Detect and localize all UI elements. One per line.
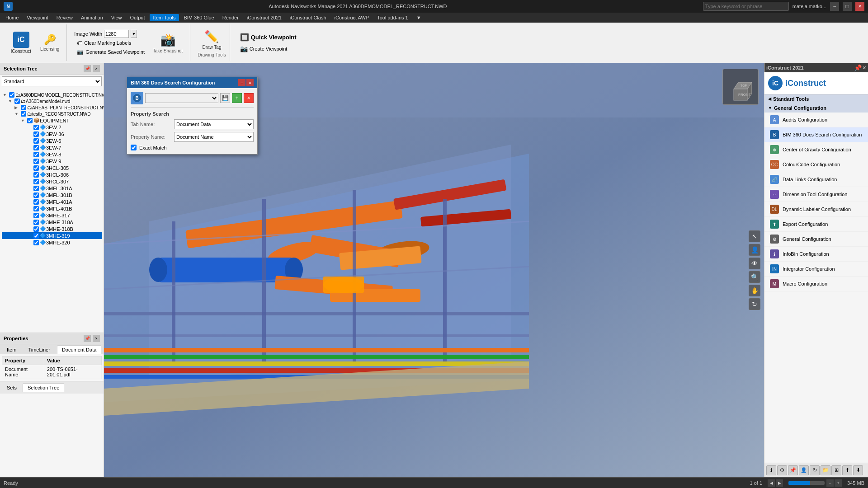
rpt-person-btn[interactable]: 👤: [799, 465, 809, 475]
menu-item-bim360-glue[interactable]: BIM 360 Glue: [180, 14, 217, 21]
rpt-folder-btn[interactable]: 📁: [821, 465, 830, 475]
licensing-btn[interactable]: 🔑 Licensing: [37, 32, 63, 53]
viewport[interactable]: ↖ 👤 👁 🔍 ✋ ↻ FRONT TOP BIM 360 Docs Searc…: [104, 63, 764, 477]
page-next-btn[interactable]: ▶: [776, 479, 783, 487]
vc-pan-btn[interactable]: ✋: [749, 285, 760, 296]
menu-item-iconstruct-clash[interactable]: iConstruct Clash: [286, 14, 330, 21]
menu-item-output[interactable]: Output: [127, 14, 149, 21]
tree-3mhe317[interactable]: 🔷3MHE-317: [2, 212, 102, 219]
tree-3hcl307[interactable]: 🔷3HCL-307: [2, 178, 102, 185]
tab-document-data[interactable]: Document Data: [57, 345, 101, 354]
tree-3mfl301a[interactable]: 🔷3MFL-301A: [2, 185, 102, 192]
tree-3ew8[interactable]: 🔷3EW-8: [2, 151, 102, 158]
config-colourcode[interactable]: CC ColourCode Configuration: [764, 157, 868, 172]
maximize-btn[interactable]: □: [843, 2, 852, 11]
vc-walk-btn[interactable]: 👤: [749, 244, 760, 256]
rpt-pin-btn[interactable]: 📌: [788, 465, 798, 475]
rpt-down-btn[interactable]: ⬇: [853, 465, 863, 475]
vc-look-btn[interactable]: 👁: [749, 258, 760, 269]
right-panel-close-btn[interactable]: ×: [863, 64, 866, 71]
menu-item-view[interactable]: View: [108, 14, 126, 21]
tree-3ew6[interactable]: 🔷3EW-6: [2, 137, 102, 144]
image-width-spin[interactable]: ▼: [131, 30, 137, 38]
tree-standard-select[interactable]: Standard: [2, 76, 102, 86]
vc-select-btn[interactable]: ↖: [749, 230, 760, 242]
close-btn[interactable]: ×: [855, 2, 864, 11]
dialog-save-btn[interactable]: 💾: [220, 93, 230, 103]
tree-equipment[interactable]: ▼ 📦 EQUIPMENT: [2, 117, 102, 124]
right-panel-pin-btn[interactable]: 📌: [854, 64, 862, 71]
menu-item-animation[interactable]: Animation: [77, 14, 107, 21]
config-integrator[interactable]: IN Integrator Configuration: [764, 262, 868, 277]
section-general-config[interactable]: ▼ General Configuration: [764, 103, 868, 113]
tree-3mhe318a[interactable]: 🔷3MHE-318A: [2, 219, 102, 225]
tree-3mfl301b[interactable]: 🔷3MFL-301B: [2, 192, 102, 198]
zoom-in-btn[interactable]: +: [835, 479, 842, 487]
take-snapshot-btn[interactable]: 📸 Take Snapshot: [149, 31, 186, 55]
rpt-up-btn[interactable]: ⬆: [842, 465, 852, 475]
menu-item-review[interactable]: Review: [53, 14, 76, 21]
section-standard-tools[interactable]: ◀ Standard Tools: [764, 94, 868, 103]
vc-orbit-btn[interactable]: ↻: [749, 298, 760, 310]
tree-3ew2[interactable]: 🔷3EW-2: [2, 124, 102, 131]
tree-3hcl306[interactable]: 🔷3HCL-306: [2, 171, 102, 178]
tab-item[interactable]: Item: [2, 345, 21, 354]
template-select[interactable]: [145, 93, 218, 103]
rpt-settings-btn[interactable]: ⚙: [777, 465, 787, 475]
tree-3ew9[interactable]: 🔷3EW-9: [2, 158, 102, 164]
zoom-out-btn[interactable]: −: [826, 479, 834, 487]
config-general[interactable]: ⚙ General Configuration: [764, 232, 868, 247]
config-dimension[interactable]: ↔ Dimension Tool Configuration: [764, 187, 868, 202]
properties-close-btn[interactable]: ×: [93, 335, 100, 342]
draw-tag-btn[interactable]: ✏️ Draw Tag: [198, 28, 225, 52]
image-width-input[interactable]: [104, 30, 129, 38]
menu-item-item-tools[interactable]: Item Tools: [150, 14, 179, 21]
menu-item-iconstruct2021[interactable]: iConstruct 2021: [243, 14, 285, 21]
search-input[interactable]: [705, 4, 787, 9]
exact-match-checkbox[interactable]: [131, 145, 137, 150]
menu-item-home[interactable]: Home: [2, 14, 22, 21]
tree-root[interactable]: ▼ 🗂 A360DEMOMODEL_RECONSTRUCT.NWD: [2, 92, 102, 98]
vc-zoom-btn[interactable]: 🔍: [749, 271, 760, 283]
property-name-select[interactable]: Document Name: [174, 132, 254, 142]
navigation-cube[interactable]: FRONT TOP: [722, 69, 759, 105]
config-infobin[interactable]: ℹ InfoBin Configuration: [764, 247, 868, 262]
tree-areas[interactable]: ▶ 🗂 AREAS_PLAN_RECONSTRUCT.NWD: [2, 104, 102, 111]
tree-a360[interactable]: ▼ 🗂 A360DemoModel.nwd: [2, 98, 102, 104]
dialog-add-btn[interactable]: +: [232, 93, 242, 103]
tree-testb[interactable]: ▼ 🗂 testb_RECONSTRUCT.NWD: [2, 111, 102, 117]
create-viewpoint-btn[interactable]: 📷 Create Viewpoint: [237, 44, 299, 53]
config-cog[interactable]: ⊕ Center of Gravity Configuration: [764, 142, 868, 157]
config-bim360[interactable]: B BIM 360 Docs Search Configuration: [764, 127, 868, 142]
generate-viewpoint-btn[interactable]: 📷 Generate Saved Viewpoint: [74, 48, 147, 56]
properties-pin-btn[interactable]: 📌: [84, 335, 91, 342]
menu-item-iconstruct-awp[interactable]: iConstruct AWP: [331, 14, 373, 21]
tree-3mhe318b[interactable]: 🔷3MHE-318B: [2, 225, 102, 232]
rpt-refresh-btn[interactable]: ↻: [810, 465, 820, 475]
tab-timeliner[interactable]: TimeLiner: [23, 345, 55, 354]
panel-pin-btn[interactable]: 📌: [84, 65, 91, 72]
menu-item-viewpoint[interactable]: Viewpoint: [23, 14, 52, 21]
dialog-minimize-btn[interactable]: −: [238, 79, 245, 86]
dialog-delete-btn[interactable]: ×: [244, 93, 254, 103]
config-dynamic-labeler[interactable]: DL Dynamic Labeler Configuration: [764, 202, 868, 217]
minimize-btn[interactable]: −: [830, 2, 839, 11]
tree-3mfl401a[interactable]: 🔷3MFL-401A: [2, 198, 102, 205]
panel-close-btn[interactable]: ×: [93, 65, 100, 72]
clear-marking-btn[interactable]: 🏷 Clear Marking Labels: [74, 39, 147, 47]
quick-viewpoint-btn[interactable]: 🔲 Quick Viewpoint: [237, 32, 299, 42]
config-audits[interactable]: A Audits Configuration: [764, 113, 868, 127]
menu-item-render[interactable]: Render: [219, 14, 242, 21]
bim360-dialog[interactable]: BIM 360 Docs Search Configuration − × B: [127, 77, 258, 155]
menu-item-tool-addins[interactable]: Tool add-ins 1: [373, 14, 412, 21]
tree-3hcl305[interactable]: 🔷3HCL-305: [2, 164, 102, 171]
dialog-close-btn[interactable]: ×: [246, 79, 254, 86]
iconstruct-btn[interactable]: iC iConstruct: [7, 30, 35, 56]
page-prev-btn[interactable]: ◀: [768, 479, 775, 487]
tab-sets[interactable]: Sets: [2, 383, 22, 392]
menu-item-more[interactable]: ▼: [413, 14, 425, 21]
tree-3mhe319[interactable]: 🔷3MHE-319: [2, 232, 102, 239]
tab-name-select[interactable]: Document Data: [174, 119, 254, 129]
rpt-grid-btn[interactable]: ⊞: [831, 465, 841, 475]
config-macro[interactable]: M Macro Configuration: [764, 277, 868, 291]
